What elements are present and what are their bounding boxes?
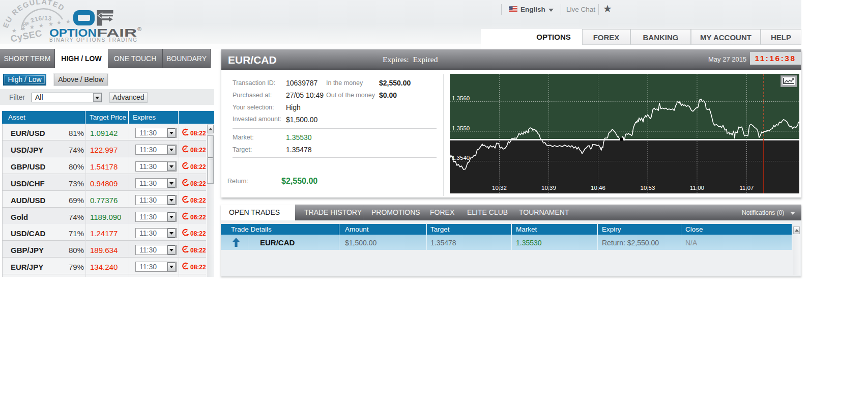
svg-text:1.3560: 1.3560 — [452, 95, 470, 101]
svg-text:★: ★ — [48, 21, 53, 27]
svg-text:BINARY OPTIONS TRADING: BINARY OPTIONS TRADING — [49, 37, 137, 43]
svg-text:1.3550: 1.3550 — [452, 125, 470, 131]
svg-text:10:32: 10:32 — [492, 185, 507, 191]
svg-text:1.3540: 1.3540 — [452, 155, 470, 161]
svg-text:10:53: 10:53 — [641, 185, 655, 191]
svg-text:10:46: 10:46 — [591, 185, 605, 191]
svg-text:★: ★ — [66, 18, 71, 24]
svg-text:11:07: 11:07 — [740, 185, 754, 191]
svg-text:11:00: 11:00 — [690, 185, 704, 191]
svg-text:10:39: 10:39 — [541, 185, 556, 191]
svg-text:★: ★ — [39, 22, 44, 29]
svg-text:★: ★ — [56, 19, 62, 25]
svg-text:®: ® — [137, 26, 141, 32]
